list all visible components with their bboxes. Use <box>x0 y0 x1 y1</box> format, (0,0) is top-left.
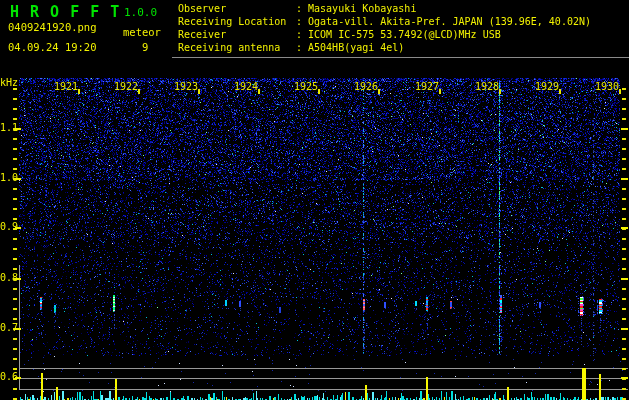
info-value: Ogata-vill. Akita-Pref. JAPAN (139.96E, … <box>308 16 591 27</box>
time-tick-label: 1922 <box>109 81 143 92</box>
info-label: Observer <box>178 2 296 15</box>
time-tick-label: 1930 <box>590 81 624 92</box>
info-separator: : <box>296 3 302 14</box>
freq-tick-label: 0.6 <box>0 371 18 382</box>
freq-tick-label: 0.9 <box>0 221 18 232</box>
info-row: Receiving antenna:A504HB(yagi 4el) <box>178 41 591 54</box>
datetime-label: 04.09.24 19:20 <box>8 41 97 53</box>
spectrogram-canvas <box>0 0 629 400</box>
time-tick-label: 1927 <box>410 81 444 92</box>
freq-tick-label: 1.1 <box>0 122 18 133</box>
info-value: Masayuki Kobayashi <box>308 3 416 14</box>
freq-tick-label: 1.0 <box>0 172 18 183</box>
info-row: Observer:Masayuki Kobayashi <box>178 2 591 15</box>
info-label: Receiving Location <box>178 15 296 28</box>
time-tick-label: 1926 <box>349 81 383 92</box>
time-tick-label: 1929 <box>530 81 564 92</box>
echo-count: 9 <box>142 41 148 53</box>
info-value: ICOM IC-575 53.7492(@LCD)MHz USB <box>308 29 501 40</box>
time-tick-label: 1923 <box>169 81 203 92</box>
freq-tick-label: 0.8 <box>0 272 18 283</box>
hrofft-screen: H R O F F T 1.0.0 0409241920.png meteor … <box>0 0 629 400</box>
time-tick-label: 1921 <box>49 81 83 92</box>
time-tick-label: 1924 <box>229 81 263 92</box>
app-title: H R O F F T <box>10 3 120 21</box>
info-row: Receiver:ICOM IC-575 53.7492(@LCD)MHz US… <box>178 28 591 41</box>
info-separator: : <box>296 16 302 27</box>
freq-tick-label: 0.7 <box>0 322 18 333</box>
time-tick-label: 1928 <box>470 81 504 92</box>
info-label: Receiving antenna <box>178 41 296 54</box>
mode-label: meteor <box>123 26 161 38</box>
info-label: Receiver <box>178 28 296 41</box>
info-separator: : <box>296 29 302 40</box>
output-filename: 0409241920.png <box>8 21 97 33</box>
info-row: Receiving Location:Ogata-vill. Akita-Pre… <box>178 15 591 28</box>
info-separator: : <box>296 42 302 53</box>
info-value: A504HB(yagi 4el) <box>308 42 404 53</box>
station-info-block: Observer:Masayuki KobayashiReceiving Loc… <box>178 2 591 54</box>
app-version: 1.0.0 <box>124 6 157 19</box>
time-tick-label: 1925 <box>289 81 323 92</box>
freq-axis-unit: kHz <box>0 77 18 88</box>
